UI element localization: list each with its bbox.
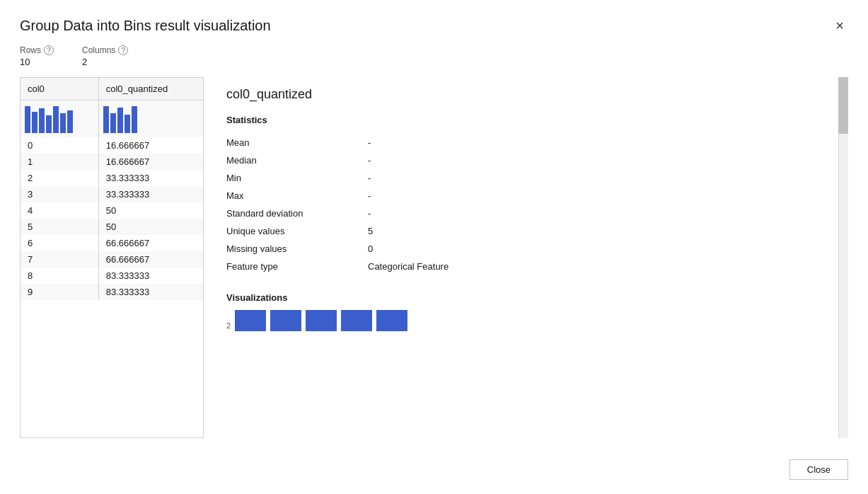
row-index: 1 <box>21 154 98 170</box>
row-value: 33.333333 <box>98 186 203 202</box>
stats-row: Standard deviation- <box>226 205 831 222</box>
viz-bar <box>376 310 407 331</box>
column-title: col0_quantized <box>226 87 831 102</box>
table-row: 3 33.333333 <box>21 186 203 202</box>
col0q-mini-chart <box>103 105 199 133</box>
stats-row: Median- <box>226 151 831 169</box>
statistics-panel: col0_quantized Statistics Mean-Median-Mi… <box>204 77 848 438</box>
row-index: 6 <box>21 235 98 251</box>
columns-value: 2 <box>82 57 128 67</box>
row-value: 33.333333 <box>98 170 203 186</box>
columns-meta: Columns ? 2 <box>82 45 128 67</box>
stat-label: Unique values <box>226 222 368 240</box>
columns-label: Columns ? <box>82 45 128 55</box>
row-value: 16.666667 <box>98 154 203 170</box>
stat-label: Min <box>226 169 368 187</box>
stats-table: Mean-Median-Min-Max-Standard deviation-U… <box>226 134 831 275</box>
stat-label: Missing values <box>226 240 368 258</box>
stat-label: Mean <box>226 134 368 151</box>
stat-label: Feature type <box>226 258 368 275</box>
stat-value: 0 <box>368 240 831 258</box>
stat-value: Categorical Feature <box>368 258 831 275</box>
row-value: 16.666667 <box>98 137 203 154</box>
row-value: 50 <box>98 202 203 219</box>
stats-row: Feature typeCategorical Feature <box>226 258 831 275</box>
row-index: 7 <box>21 251 98 268</box>
meta-row: Rows ? 10 Columns ? 2 <box>20 45 848 67</box>
modal-container: Group Data into Bins result visualizatio… <box>0 0 868 494</box>
visualizations-section-title: Visualizations <box>226 292 831 303</box>
row-index: 8 <box>21 268 98 284</box>
row-index: 3 <box>21 186 98 202</box>
rows-label: Rows ? <box>20 45 54 55</box>
viz-bar <box>270 310 301 331</box>
viz-bar <box>341 310 372 331</box>
table-row: 6 66.666667 <box>21 235 203 251</box>
stat-value: 5 <box>368 222 831 240</box>
stats-row: Mean- <box>226 134 831 151</box>
stat-value: - <box>368 134 831 151</box>
viz-bar-top-label: 2 <box>226 321 231 330</box>
viz-bar <box>306 310 337 331</box>
rows-meta: Rows ? 10 <box>20 45 54 67</box>
row-value: 83.333333 <box>98 268 203 284</box>
columns-help-icon[interactable]: ? <box>118 45 128 55</box>
row-value: 66.666667 <box>98 251 203 268</box>
statistics-section-title: Statistics <box>226 115 831 125</box>
data-table: col0 col0_quantized <box>21 78 203 300</box>
viz-bar <box>235 310 266 331</box>
data-table-panel: col0 col0_quantized <box>20 77 204 438</box>
table-row: 7 66.666667 <box>21 251 203 268</box>
stat-value: - <box>368 187 831 205</box>
row-index: 0 <box>21 137 98 154</box>
table-row: 2 33.333333 <box>21 170 203 186</box>
table-row: 8 83.333333 <box>21 268 203 284</box>
content-area: col0 col0_quantized <box>20 77 848 438</box>
stats-row: Max- <box>226 187 831 205</box>
table-row: 9 83.333333 <box>21 284 203 300</box>
close-button[interactable]: Close <box>789 459 848 480</box>
stat-label: Standard deviation <box>226 205 368 222</box>
col0q-header: col0_quantized <box>98 78 203 100</box>
row-value: 83.333333 <box>98 284 203 300</box>
stat-value: - <box>368 205 831 222</box>
table-row: 4 50 <box>21 202 203 219</box>
stat-label: Max <box>226 187 368 205</box>
row-value: 50 <box>98 219 203 235</box>
row-value: 66.666667 <box>98 235 203 251</box>
stat-value: - <box>368 151 831 169</box>
stat-value: - <box>368 169 831 187</box>
modal-header: Group Data into Bins result visualizatio… <box>20 17 848 34</box>
scrollbar-thumb[interactable] <box>838 77 848 134</box>
table-row: 0 16.666667 <box>21 137 203 154</box>
scrollbar-track[interactable] <box>838 77 848 438</box>
modal-footer: Close <box>20 452 848 480</box>
chart-row <box>21 100 203 138</box>
table-row: 1 16.666667 <box>21 154 203 170</box>
stats-row: Missing values0 <box>226 240 831 258</box>
row-index: 5 <box>21 219 98 235</box>
rows-value: 10 <box>20 57 54 67</box>
rows-help-icon[interactable]: ? <box>44 45 54 55</box>
stats-row: Min- <box>226 169 831 187</box>
row-index: 9 <box>21 284 98 300</box>
row-index: 2 <box>21 170 98 186</box>
close-x-button[interactable]: × <box>831 17 848 34</box>
col0-mini-chart <box>25 105 94 133</box>
viz-bar-chart: 2 <box>226 310 831 334</box>
table-row: 5 50 <box>21 219 203 235</box>
row-index: 4 <box>21 202 98 219</box>
col0-header: col0 <box>21 78 98 100</box>
stats-row: Unique values5 <box>226 222 831 240</box>
stat-label: Median <box>226 151 368 169</box>
modal-title: Group Data into Bins result visualizatio… <box>20 18 271 34</box>
visualizations-section: Visualizations 2 <box>226 292 831 334</box>
